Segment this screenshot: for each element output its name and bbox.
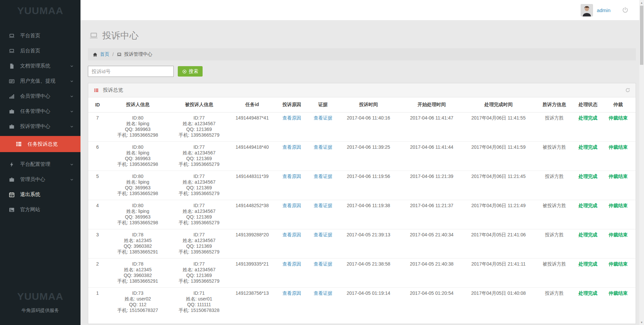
cell-task-id: 1491238756*13 [229,288,275,324]
sidebar-item-admin-home[interactable]: 后台首页 [0,43,80,58]
cell-finish-time: 2017年04月06日 11:21:49 [464,200,533,229]
cell-winner: 被投诉方胜 [533,259,576,288]
cell-complainant: ID:73姓名: user02QQ: 112手机: 15150678327 [107,288,168,324]
chevron-down-icon [70,162,74,167]
sidebar-item-complaint-center[interactable]: 投诉管理中心 [0,119,80,134]
cell-winner: 投诉方胜 [533,229,576,259]
cell-task-id: 1491449418*40 [229,142,275,171]
view-evidence-link[interactable]: 查看证据 [314,115,332,121]
breadcrumb-home-link[interactable]: 首页 [100,51,109,57]
view-reason-link[interactable]: 查看原因 [282,115,301,121]
cell-status: 处理完成 [575,229,600,259]
sidebar-item-label: 会员管理中心 [20,93,50,99]
breadcrumb-current: 投诉管理中心 [124,51,152,57]
user-menu[interactable]: admin [581,4,610,16]
sidebar-item-document-system[interactable]: 文档管理系统 [0,58,80,74]
view-evidence-link[interactable]: 查看证据 [314,203,332,208]
view-evidence-link[interactable]: 查看证据 [314,232,332,237]
sidebar-item-label: 用户充值、提现 [20,78,55,84]
view-evidence-link[interactable]: 查看证据 [314,290,332,296]
view-reason-link[interactable]: 查看原因 [282,144,301,150]
sidebar-item-label: 任务投诉总览 [28,141,58,147]
briefcase-icon [9,108,15,114]
refresh-icon[interactable] [625,88,630,93]
cell-reason: 查看原因 [275,142,309,171]
sidebar-item-recharge-withdraw[interactable]: 用户充值、提现 [0,74,80,89]
sidebar-item-label: 管理员中心 [20,176,45,183]
sidebar-item-member-center[interactable]: 会员管理中心 [0,89,80,104]
table-row: 4ID:80姓名: lipingQQ: 369963手机: 1395366529… [88,200,636,229]
view-reason-link[interactable]: 查看原因 [282,290,301,296]
view-evidence-link[interactable]: 查看证据 [314,261,332,267]
logout-button[interactable] [622,7,629,13]
col-evidence: 证据 [309,97,337,112]
col-id: ID [88,97,107,112]
search-input[interactable] [88,66,174,77]
scroll-down-arrow[interactable]: ▼ [639,320,644,325]
breadcrumb: 首页 / 投诉管理中心 [88,48,636,60]
cell-status: 处理完成 [575,112,600,142]
sidebar-subitem-task-complaint-overview[interactable]: 任务投诉总览 [0,136,80,152]
cell-start-time: 2017-04-06 11:21:39 [400,171,464,200]
sidebar-item-logout[interactable]: 退出系统 [0,187,80,202]
view-evidence-link[interactable]: 查看证据 [314,174,332,179]
sidebar-item-label: 退出系统 [20,191,40,198]
cell-winner: 投诉方胜 [533,288,576,324]
sidebar-item-official-website[interactable]: 官方网站 [0,202,80,217]
cell-evidence: 查看证据 [309,259,337,288]
table-row: 7ID:80姓名: lipingQQ: 369963手机: 1395366529… [88,112,636,142]
username: admin [597,7,610,13]
cell-finish-time: 2017年04月06日 11:41:55 [464,112,533,142]
cell-complainant: ID:80姓名: lipingQQ: 369963手机: 13953665298 [107,200,168,229]
file-icon [9,63,15,69]
cell-complaint-time: 2017-04-06 11:40:16 [337,112,400,142]
view-reason-link[interactable]: 查看原因 [282,261,301,267]
cell-reason: 查看原因 [275,288,309,324]
page-header: 投诉中心 [88,25,636,48]
avatar [581,4,593,16]
col-arbitration: 仲裁 [600,97,636,112]
cell-status: 处理完成 [575,171,600,200]
col-task-id: 任务id [229,97,275,112]
search-button[interactable]: 搜索 [178,66,203,77]
cell-arbitration: 仲裁结束 [600,288,636,324]
cell-finish-time: 2017年04月06日 11:41:59 [464,142,533,171]
cell-finish-time: 2017年04月05日 21:41:11 [464,259,533,288]
cell-arbitration: 仲裁结束 [600,200,636,229]
cell-winner: 投诉方胜 [533,112,576,142]
complaints-tbody: 7ID:80姓名: lipingQQ: 369963手机: 1395366529… [88,112,636,324]
col-winner: 胜诉方信息 [533,97,576,112]
sidebar-item-label: 投诉管理中心 [20,123,50,130]
cell-complainant: ID:80姓名: lipingQQ: 369963手机: 13953665298 [107,112,168,142]
breadcrumb-separator: / [112,52,114,57]
scroll-thumb[interactable] [640,6,643,65]
laptop-icon [9,33,15,39]
panel-title: 投诉总览 [103,87,123,93]
view-reason-link[interactable]: 查看原因 [282,174,301,179]
sidebar-item-admin-center[interactable]: 管理员中心 [0,172,80,187]
view-reason-link[interactable]: 查看原因 [282,232,301,237]
topbar: admin [80,0,644,20]
sidebar-item-label: 平台配置管理 [20,161,50,168]
scrollbar[interactable]: ▲ ▼ [639,0,644,325]
search-bar: 搜索 [88,66,636,77]
col-reason: 投诉原因 [275,97,309,112]
cell-id: 1 [88,288,107,324]
sidebar-item-platform-config[interactable]: 平台配置管理 [0,157,80,172]
cell-reason: 查看原因 [275,200,309,229]
brand-logo: YUUMAA [0,0,80,21]
cell-reason: 查看原因 [275,112,309,142]
panel-header: 投诉总览 [88,83,636,97]
col-respondent: 被投诉人信息 [169,97,229,112]
scroll-up-arrow[interactable]: ▲ [639,0,644,5]
cell-complainant: ID:78姓名: a12345QQ: 3960382手机: 1385366529… [107,229,168,259]
sidebar-item-task-center[interactable]: 任务管理中心 [0,104,80,119]
sidebar: YUUMAA 平台首页 后台首页 文档管理系统 用户充值、提现 会员管理中心 任… [0,0,80,325]
view-reason-link[interactable]: 查看原因 [282,203,301,208]
view-evidence-link[interactable]: 查看证据 [314,144,332,150]
page-title: 投诉中心 [102,30,139,42]
sidebar-item-platform-home[interactable]: 平台首页 [0,28,80,43]
chevron-down-icon [70,109,74,113]
cell-reason: 查看原因 [275,259,309,288]
cell-complainant: ID:80姓名: lipingQQ: 369963手机: 13953665298 [107,171,168,200]
